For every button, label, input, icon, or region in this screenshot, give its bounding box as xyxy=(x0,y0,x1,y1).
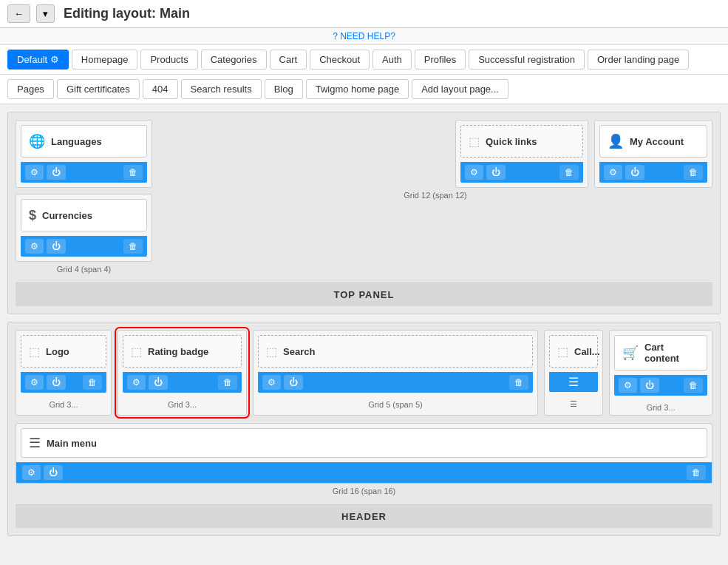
main-menu-widget: Main menu xyxy=(21,428,707,458)
cart-label: Cart content xyxy=(644,342,699,364)
rating-power-button[interactable]: ⏻ xyxy=(149,375,168,390)
call-control-bar: ☰ xyxy=(549,372,598,392)
search-delete-button[interactable]: 🗑 xyxy=(509,375,528,390)
tab-checkout[interactable]: Checkout xyxy=(310,50,370,70)
menu-icon xyxy=(29,435,41,451)
tab-cart[interactable]: Cart xyxy=(270,50,307,70)
logo-delete-button[interactable]: 🗑 xyxy=(83,375,102,390)
rating-widget: Rating badge xyxy=(123,335,242,368)
globe-icon xyxy=(29,133,45,149)
tab-categories[interactable]: Categories xyxy=(201,50,267,70)
tab-pages[interactable]: Pages xyxy=(7,79,54,99)
tab-gift-certificates[interactable]: Gift certificates xyxy=(57,79,140,99)
tab-blog[interactable]: Blog xyxy=(265,79,303,99)
tab-add-layout[interactable]: Add layout page... xyxy=(412,79,508,99)
search-power-button[interactable]: ⏻ xyxy=(284,375,303,390)
logo-grid-cell: Logo ⚙ ⏻ 🗑 Grid 3... xyxy=(16,330,112,416)
right-grid-info: Grid 12 (span 12) xyxy=(158,188,712,203)
top-panel-label: TOP PANEL xyxy=(16,282,712,306)
search-grid-cell: Search ⚙ ⏻ 🗑 Grid 5 (span 5) xyxy=(253,330,538,416)
search-label: Search xyxy=(283,346,315,357)
currencies-grid-cell: Currencies ⚙ ⏻ 🗑 xyxy=(16,194,152,262)
tab-auth[interactable]: Auth xyxy=(372,50,412,70)
currencies-power-button[interactable]: ⏻ xyxy=(47,239,66,254)
left-grid-info: Grid 4 (span 4) xyxy=(16,262,152,277)
logo-label: Logo xyxy=(46,346,69,357)
tab-twigmo[interactable]: Twigmo home page xyxy=(306,79,409,99)
tab-profiles[interactable]: Profiles xyxy=(415,50,466,70)
help-bar: ? NEED HELP? xyxy=(0,28,728,45)
currencies-delete-button[interactable]: 🗑 xyxy=(123,239,143,254)
languages-label: Languages xyxy=(51,136,102,147)
main-menu-label: Main menu xyxy=(47,438,97,449)
search-widget: Search xyxy=(258,335,533,368)
languages-control-bar: ⚙ ⏻ 🗑 xyxy=(21,162,147,183)
cart-delete-button[interactable]: 🗑 xyxy=(684,378,703,393)
myaccount-power-button[interactable]: ⏻ xyxy=(625,165,644,180)
logo-grid-info: Grid 3... xyxy=(16,397,111,412)
rating-gear-button[interactable]: ⚙ xyxy=(127,375,146,390)
quicklinks-grid-cell: Quick links ⚙ ⏻ 🗑 xyxy=(455,120,588,188)
main-menu-power-button[interactable]: ⏻ xyxy=(44,465,63,480)
rating-grid-cell: Rating badge ⚙ ⏻ 🗑 Grid 3... xyxy=(118,330,247,416)
dollar-icon xyxy=(29,208,36,223)
top-bar: ← ▾ Editing layout: Main xyxy=(0,0,728,28)
dropdown-button[interactable]: ▾ xyxy=(36,4,55,23)
main-menu-control-bar: ⚙ ⏻ 🗑 xyxy=(16,462,712,483)
languages-power-button[interactable]: ⏻ xyxy=(47,165,66,180)
myaccount-delete-button[interactable]: 🗑 xyxy=(684,165,703,180)
currencies-gear-button[interactable]: ⚙ xyxy=(25,239,44,254)
rating-label: Rating badge xyxy=(148,346,208,357)
rating-grid-info: Grid 3... xyxy=(118,397,246,412)
main-menu-grid-cell: Main menu ⚙ ⏻ 🗑 xyxy=(16,423,712,484)
tab-search-results[interactable]: Search results xyxy=(181,79,262,99)
back-button[interactable]: ← xyxy=(7,4,30,23)
page-title: Editing layout: Main xyxy=(64,6,190,21)
header-section-label: HEADER xyxy=(16,504,712,528)
search-control-bar: ⚙ ⏻ 🗑 xyxy=(258,372,533,393)
quicklinks-label: Quick links xyxy=(486,136,537,147)
call-icon xyxy=(557,344,568,359)
quicklinks-power-button[interactable]: ⏻ xyxy=(486,165,506,180)
tab-default[interactable]: Default ⚙ xyxy=(7,50,69,70)
header-section: Logo ⚙ ⏻ 🗑 Grid 3... Rating badge ⚙ xyxy=(7,322,721,536)
tabs-row-2: Pages Gift certificates 404 Search resul… xyxy=(0,75,728,104)
person-icon xyxy=(608,133,624,149)
languages-gear-button[interactable]: ⚙ xyxy=(25,165,44,180)
rating-delete-button[interactable]: 🗑 xyxy=(218,375,237,390)
cart-gear-button[interactable]: ⚙ xyxy=(619,378,637,393)
currencies-control-bar: ⚙ ⏻ 🗑 xyxy=(21,236,147,257)
languages-delete-button[interactable]: 🗑 xyxy=(123,165,143,180)
top-panel-section: Languages ⚙ ⏻ 🗑 Currencies ⚙ xyxy=(7,112,721,314)
main-menu-delete-button[interactable]: 🗑 xyxy=(687,465,706,480)
logo-control-bar: ⚙ ⏻ 🗑 xyxy=(21,372,106,393)
cart-power-button[interactable]: ⏻ xyxy=(640,378,659,393)
tab-homepage[interactable]: Homepage xyxy=(72,50,138,70)
logo-power-button[interactable]: ⏻ xyxy=(47,375,66,390)
main-menu-gear-button[interactable]: ⚙ xyxy=(22,465,41,480)
right-widgets-row: Quick links ⚙ ⏻ 🗑 My Accoun xyxy=(158,120,712,188)
header-widgets-row: Logo ⚙ ⏻ 🗑 Grid 3... Rating badge ⚙ xyxy=(16,330,712,416)
myaccount-grid-cell: My Account ⚙ ⏻ 🗑 xyxy=(594,120,712,188)
quicklinks-gear-button[interactable]: ⚙ xyxy=(465,165,483,180)
myaccount-gear-button[interactable]: ⚙ xyxy=(604,165,622,180)
top-panel-row: Languages ⚙ ⏻ 🗑 Currencies ⚙ xyxy=(16,120,712,277)
rating-control-bar: ⚙ ⏻ 🗑 xyxy=(123,372,242,393)
main-content: Languages ⚙ ⏻ 🗑 Currencies ⚙ xyxy=(0,104,728,551)
myaccount-widget: My Account xyxy=(599,125,707,158)
tab-successful-registration[interactable]: Successful registration xyxy=(469,50,585,70)
tab-404[interactable]: 404 xyxy=(143,79,178,99)
cart-control-bar: ⚙ ⏻ 🗑 xyxy=(614,375,707,396)
logo-icon xyxy=(29,344,40,359)
quicklinks-delete-button[interactable]: 🗑 xyxy=(559,165,579,180)
quicklinks-icon xyxy=(469,134,480,149)
main-menu-grid-info: Grid 16 (span 16) xyxy=(16,484,712,498)
tab-order-landing[interactable]: Order landing page xyxy=(588,50,689,70)
logo-widget: Logo xyxy=(21,335,106,368)
tabs-row-1: Default ⚙ Homepage Products Categories C… xyxy=(0,45,728,75)
tab-products[interactable]: Products xyxy=(140,50,197,70)
logo-gear-button[interactable]: ⚙ xyxy=(25,375,44,390)
help-text[interactable]: NEED HELP? xyxy=(340,31,395,41)
search-gear-button[interactable]: ⚙ xyxy=(262,375,281,390)
right-column: Quick links ⚙ ⏻ 🗑 My Accoun xyxy=(158,120,712,277)
